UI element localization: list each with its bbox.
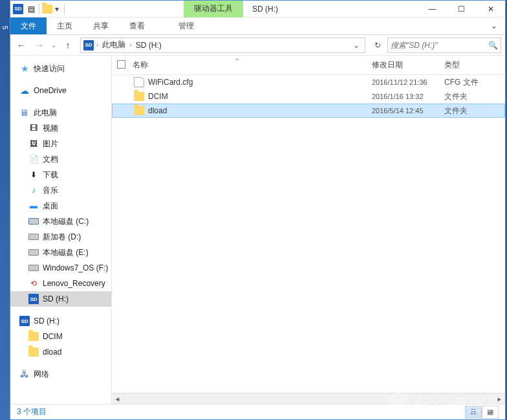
folder-icon	[28, 332, 39, 341]
file-name: DCIM	[148, 92, 168, 101]
tree-label: OneDrive	[34, 86, 67, 95]
navigation-pane[interactable]: ★快速访问 ☁OneDrive 🖥此电脑 🎞视频 🖼图片 📄文档 ⬇下载 ♪音乐…	[10, 56, 112, 404]
tree-label: 桌面	[43, 201, 58, 212]
tree-quick-access[interactable]: ★快速访问	[10, 61, 111, 76]
tree-sd-root[interactable]: SDSD (H:)	[10, 313, 111, 329]
tree-label: SD (H:)	[43, 294, 69, 304]
drive-icon	[28, 249, 39, 256]
app-icon: SD	[13, 4, 23, 14]
window-title: SD (H:)	[243, 5, 287, 14]
drive-icon	[28, 218, 39, 225]
forward-button[interactable]: →	[31, 37, 48, 54]
address-bar[interactable]: SD › 此电脑 › SD (H:) ⌄	[80, 38, 365, 53]
watermark-badge: 值	[388, 393, 410, 415]
view-icons-button[interactable]: ▦	[482, 406, 499, 419]
tree-network[interactable]: 🖧网络	[10, 366, 111, 382]
titlebar: SD ▤ ▾ 驱动器工具 SD (H:) — ☐ ✕	[10, 1, 505, 17]
tree-sd-drive[interactable]: SDSD (H:)	[10, 291, 111, 307]
file-type: CFG 文件	[444, 77, 505, 88]
chevron-right-icon[interactable]: ›	[96, 41, 98, 49]
tree-music[interactable]: ♪音乐	[10, 182, 111, 198]
refresh-button[interactable]: ↻	[369, 38, 386, 52]
tree-label: dload	[43, 348, 61, 357]
tab-view[interactable]: 查看	[119, 17, 155, 34]
chevron-right-icon[interactable]: ›	[129, 41, 131, 49]
tree-this-pc[interactable]: 🖥此电脑	[10, 105, 111, 120]
desktop-left-strip: 75	[0, 0, 10, 420]
tree-onedrive[interactable]: ☁OneDrive	[10, 83, 111, 98]
file-row[interactable]: DCIM2016/1/16 13:32文件夹	[112, 89, 505, 104]
tree-drive-f[interactable]: Windows7_OS (F:)	[10, 260, 111, 276]
tree-downloads[interactable]: ⬇下载	[10, 167, 111, 182]
recovery-icon: ⟲	[28, 278, 39, 289]
tree-drive-c[interactable]: 本地磁盘 (C:)	[10, 214, 111, 229]
tree-pictures[interactable]: 🖼图片	[10, 136, 111, 151]
tree-documents[interactable]: 📄文档	[10, 151, 111, 167]
tab-manage[interactable]: 管理	[168, 17, 204, 34]
tab-home[interactable]: 主页	[47, 17, 83, 34]
tree-drive-d[interactable]: 新加卷 (D:)	[10, 229, 111, 245]
tree-label: 此电脑	[34, 107, 57, 118]
qat-dropdown-icon[interactable]: ▾	[55, 5, 61, 14]
search-box[interactable]: 🔍	[387, 38, 501, 53]
tree-recovery[interactable]: ⟲Lenovo_Recovery	[10, 276, 111, 291]
file-name: dload	[148, 106, 167, 115]
scroll-right-icon[interactable]: ►	[494, 393, 505, 404]
tree-dcim[interactable]: DCIM	[10, 329, 111, 344]
location-icon: SD	[83, 40, 94, 50]
columns-header: ⌄ 名称 修改日期 类型	[112, 56, 505, 75]
column-type[interactable]: 类型	[444, 60, 505, 71]
crumb-sd[interactable]: SD (H:)	[135, 41, 163, 50]
network-icon: 🖧	[19, 369, 30, 379]
status-bar: 3 个项目 ☷ ▦	[10, 404, 505, 419]
column-name[interactable]: 名称	[131, 60, 372, 71]
file-row[interactable]: WiFiCard.cfg2016/11/12 21:36CFG 文件	[112, 75, 505, 89]
file-row[interactable]: dload2016/5/14 12:45文件夹	[112, 104, 505, 118]
properties-icon[interactable]: ▤	[26, 4, 36, 14]
music-icon: ♪	[28, 185, 39, 195]
tree-dload[interactable]: dload	[10, 344, 111, 360]
tree-drive-e[interactable]: 本地磁盘 (E:)	[10, 245, 111, 260]
view-details-button[interactable]: ☷	[465, 406, 482, 419]
cloud-icon: ☁	[19, 85, 30, 96]
file-icon	[134, 77, 144, 87]
folder-icon	[28, 348, 39, 357]
horizontal-scrollbar[interactable]: ◄ ►	[112, 393, 505, 404]
tree-label: 音乐	[43, 185, 58, 196]
file-explorer-window: SD ▤ ▾ 驱动器工具 SD (H:) — ☐ ✕ 文件 主页 共享 查看 管…	[10, 0, 506, 420]
tree-desktop[interactable]: ▬桌面	[10, 198, 111, 214]
up-button[interactable]: ↑	[59, 37, 76, 54]
tab-file[interactable]: 文件	[10, 17, 47, 34]
file-type: 文件夹	[444, 91, 505, 102]
sort-indicator-icon: ⌄	[235, 55, 240, 61]
file-list[interactable]: WiFiCard.cfg2016/11/12 21:36CFG 文件DCIM20…	[112, 75, 505, 393]
folder-icon[interactable]	[42, 5, 52, 14]
minimize-button[interactable]: —	[418, 1, 447, 17]
tree-label: Windows7_OS (F:)	[43, 263, 108, 272]
search-input[interactable]	[391, 41, 488, 50]
column-date[interactable]: 修改日期	[372, 60, 444, 71]
folder-icon	[134, 106, 144, 115]
star-icon: ★	[19, 63, 30, 74]
search-icon[interactable]: 🔍	[488, 41, 498, 50]
address-dropdown-icon[interactable]: ⌄	[351, 41, 362, 50]
recent-dropdown-icon[interactable]: ⌄	[49, 37, 58, 54]
close-button[interactable]: ✕	[476, 1, 505, 17]
crumb-this-pc[interactable]: 此电脑	[101, 39, 127, 50]
document-icon: 📄	[28, 154, 39, 164]
file-date: 2016/1/16 13:32	[372, 93, 444, 100]
pc-icon: 🖥	[19, 107, 30, 118]
tree-videos[interactable]: 🎞视频	[10, 120, 111, 136]
select-all-checkbox[interactable]	[117, 60, 125, 69]
video-icon: 🎞	[28, 123, 39, 133]
picture-icon: 🖼	[28, 138, 39, 149]
back-button[interactable]: ←	[13, 37, 30, 54]
tab-share[interactable]: 共享	[83, 17, 119, 34]
maximize-button[interactable]: ☐	[447, 1, 476, 17]
tree-label: SD (H:)	[34, 316, 59, 326]
tree-label: 快速访问	[34, 63, 65, 74]
drive-icon	[28, 234, 39, 240]
tree-label: 文档	[43, 154, 58, 165]
ribbon-expand-icon[interactable]: ⌄	[483, 17, 505, 34]
scroll-left-icon[interactable]: ◄	[112, 393, 123, 404]
